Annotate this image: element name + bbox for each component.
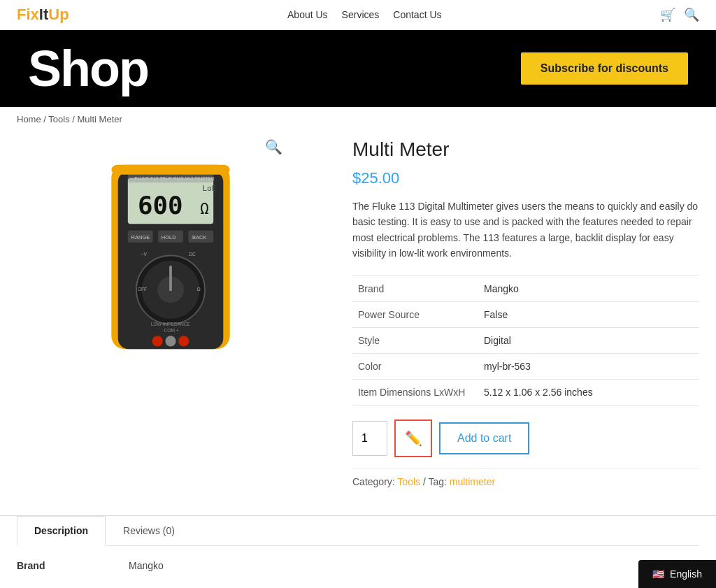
svg-point-25 <box>165 336 176 346</box>
hero-title: Shop <box>28 43 148 94</box>
svg-text:HOLD: HOLD <box>162 234 176 241</box>
product-image-wrap: 🔍 600 LoE Ω FLUKE F15 TRUE RMS MULTIMETE… <box>17 138 324 494</box>
site-logo[interactable]: FixItUp <box>17 6 69 24</box>
svg-text:Ω: Ω <box>197 287 201 292</box>
tabs-header: Description Reviews (0) <box>17 516 699 546</box>
tab-description[interactable]: Description <box>17 516 106 546</box>
edit-button[interactable]: ✏️ <box>394 420 432 457</box>
breadcrumb-home[interactable]: Home <box>17 114 41 124</box>
spec-value: 5.12 x 1.06 x 2.56 inches <box>478 379 699 405</box>
spec-value: myl-br-563 <box>478 353 699 379</box>
cart-icon[interactable]: 🛒 <box>660 7 675 22</box>
svg-text:OFF: OFF <box>138 287 147 292</box>
subscribe-button[interactable]: Subscribe for discounts <box>521 52 688 85</box>
tab-reviews[interactable]: Reviews (0) <box>106 516 192 545</box>
nav-links: About Us Services Contact Us <box>287 9 442 20</box>
category-link[interactable]: Tools <box>397 476 420 487</box>
spec-label: Style <box>352 327 478 353</box>
breadcrumb-tools[interactable]: Tools <box>48 114 69 124</box>
product-description: The Fluke 113 Digital Multimeter gives u… <box>352 199 699 261</box>
svg-text:Ω: Ω <box>200 201 208 217</box>
spec-value: False <box>478 301 699 327</box>
svg-text:COM +: COM + <box>164 328 179 333</box>
product-specs-table: BrandMangkoPower SourceFalseStyleDigital… <box>352 275 699 406</box>
zoom-icon[interactable]: 🔍 <box>265 138 282 155</box>
tabs-section: Description Reviews (0) Brand Mangko <box>0 515 716 585</box>
spec-row: Item Dimensions LxWxH5.12 x 1.06 x 2.56 … <box>352 379 699 405</box>
svg-text:LoE: LoE <box>202 184 217 193</box>
breadcrumb: Home / Tools / Multi Meter <box>0 107 716 131</box>
brand-row: Brand Mangko <box>17 560 699 571</box>
brand-value: Mangko <box>129 560 164 571</box>
svg-rect-27 <box>111 165 229 175</box>
svg-point-24 <box>152 336 163 346</box>
hero-banner: Shop Subscribe for discounts <box>0 30 716 107</box>
spec-value: Digital <box>478 327 699 353</box>
flag-icon: 🇺🇸 <box>652 568 664 580</box>
quantity-input[interactable] <box>352 421 387 456</box>
cart-row: ✏️ Add to cart <box>352 420 699 457</box>
top-nav: FixItUp About Us Services Contact Us 🛒 🔍 <box>0 0 716 30</box>
tag-link[interactable]: multimeter <box>450 476 495 487</box>
breadcrumb-current: Multi Meter <box>78 114 122 124</box>
product-price: $25.00 <box>352 169 699 187</box>
product-meta: Category: Tools / Tag: multimeter <box>352 468 699 487</box>
svg-text:FLUKE F15 TRUE RMS MULTIMETER: FLUKE F15 TRUE RMS MULTIMETER <box>134 176 215 181</box>
svg-text:DC: DC <box>189 252 196 257</box>
nav-services[interactable]: Services <box>342 9 380 20</box>
spec-label: Brand <box>352 275 478 301</box>
svg-text:BACK: BACK <box>192 234 206 241</box>
breadcrumb-sep2: / <box>72 114 77 124</box>
spec-label: Color <box>352 353 478 379</box>
spec-row: Power SourceFalse <box>352 301 699 327</box>
spec-value: Mangko <box>478 275 699 301</box>
nav-contact[interactable]: Contact Us <box>393 9 441 20</box>
spec-label: Power Source <box>352 301 478 327</box>
product-container: 🔍 600 LoE Ω FLUKE F15 TRUE RMS MULTIMETE… <box>0 131 716 515</box>
svg-text:~V: ~V <box>141 252 148 257</box>
tab-content-description: Brand Mangko <box>17 546 699 585</box>
language-label: English <box>670 568 702 580</box>
tag-label: / Tag: <box>423 476 450 487</box>
pencil-icon: ✏️ <box>405 430 422 447</box>
svg-text:RANGE: RANGE <box>131 234 150 241</box>
category-label: Category: <box>352 476 395 487</box>
svg-point-26 <box>178 336 189 346</box>
add-to-cart-button[interactable]: Add to cart <box>439 422 529 454</box>
language-badge[interactable]: 🇺🇸 English <box>638 560 716 585</box>
svg-text:LOW-IMPEDANCE: LOW-IMPEDANCE <box>151 322 191 327</box>
spec-label: Item Dimensions LxWxH <box>352 379 478 405</box>
product-details: Multi Meter $25.00 The Fluke 113 Digital… <box>352 138 699 494</box>
spec-row: BrandMangko <box>352 275 699 301</box>
spec-row: Colormyl-br-563 <box>352 353 699 379</box>
product-image: 600 LoE Ω FLUKE F15 TRUE RMS MULTIMETER … <box>66 138 275 362</box>
search-icon[interactable]: 🔍 <box>684 7 699 22</box>
brand-label: Brand <box>17 560 101 571</box>
svg-text:600: 600 <box>138 191 183 220</box>
spec-row: StyleDigital <box>352 327 699 353</box>
product-title: Multi Meter <box>352 138 699 161</box>
nav-about[interactable]: About Us <box>287 9 328 20</box>
nav-icons: 🛒 🔍 <box>660 7 699 22</box>
